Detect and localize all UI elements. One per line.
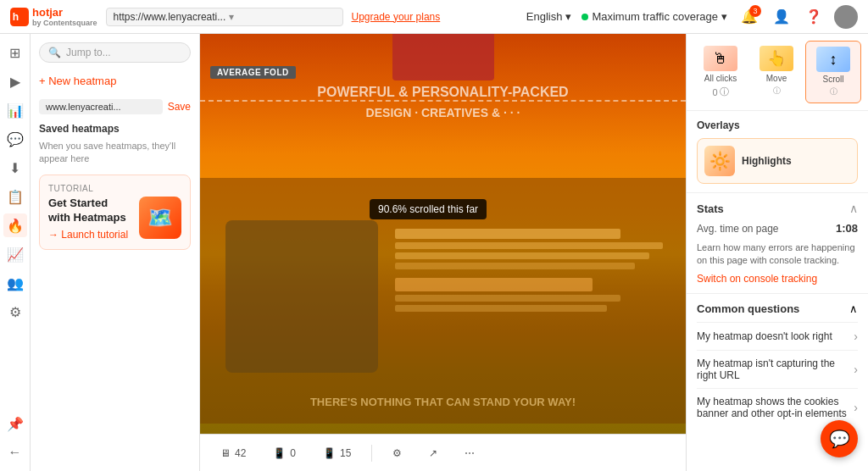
avg-time-row: Avg. time on page 1:08 — [697, 222, 858, 235]
move-card[interactable]: 👆 Move ⓘ — [749, 41, 804, 103]
stats-header[interactable]: Stats ∧ — [697, 202, 858, 215]
sidebar-pin-icon[interactable]: 📌 — [3, 412, 27, 435]
heatmap-type-cards: 🖱 All clicks 0 ⓘ 👆 Move ⓘ ↕ Scroll ⓘ — [687, 34, 868, 111]
avatar[interactable] — [834, 5, 858, 29]
traffic-status-dot — [581, 14, 588, 20]
search-box[interactable]: 🔍 Jump to... — [39, 42, 191, 63]
user-icon[interactable]: 👤 — [770, 5, 793, 29]
toolbar-separator — [371, 445, 372, 462]
saved-heatmaps-empty: When you save heatmaps, they'll appear h… — [39, 140, 191, 166]
sidebar-trends-icon[interactable]: 📈 — [3, 242, 27, 266]
save-button[interactable]: Save — [168, 101, 191, 113]
hotjar-logo: h hotjar by Contentsquare — [10, 6, 97, 27]
upgrade-link[interactable]: Upgrade your plans — [352, 11, 441, 23]
question-item-2[interactable]: My heatmap isn't capturing the right URL… — [697, 350, 858, 388]
chat-button[interactable]: 💬 — [821, 420, 858, 457]
stats-title: Stats — [697, 202, 724, 215]
heatmap-text-block — [395, 229, 677, 312]
console-info-text: Learn how many errors are happening on t… — [697, 241, 858, 268]
desktop-filter-btn[interactable]: 🖥 42 — [214, 444, 253, 463]
heatmap-bg: POWERFUL & PERSONALITY-PACKED DESIGN · C… — [200, 34, 686, 434]
tablet-count: 0 — [290, 447, 296, 459]
new-heatmap-button[interactable]: + New heatmap — [39, 71, 191, 91]
sidebar-feedback-icon[interactable]: 💬 — [3, 127, 27, 151]
more-icon: ⋯ — [465, 447, 475, 459]
tablet-icon: 📱 — [273, 447, 286, 459]
text-line-6 — [395, 305, 607, 312]
all-clicks-icon: 🖱 — [704, 46, 737, 71]
scroll-label: Scroll — [822, 75, 843, 84]
tutorial-card: TUTORIAL Get Started with Heatmaps → Lau… — [39, 175, 191, 250]
traffic-selector[interactable]: Maximum traffic coverage ▾ — [581, 10, 727, 23]
heatmap-laptop-image — [225, 220, 378, 373]
text-line-2 — [395, 242, 663, 249]
heatmap-top-image — [392, 34, 494, 80]
scroll-card[interactable]: ↕ Scroll ⓘ — [805, 41, 861, 103]
heatmap-container: POWERFUL & PERSONALITY-PACKED DESIGN · C… — [200, 34, 686, 434]
sidebar-forms-icon[interactable]: 📋 — [3, 185, 27, 208]
tablet-filter-btn[interactable]: 📱 0 — [266, 444, 303, 463]
mobile-filter-btn[interactable]: 📱 15 — [316, 444, 358, 463]
questions-header[interactable]: Common questions ∧ — [697, 302, 858, 315]
tutorial-title: Get Started with Heatmaps — [48, 197, 132, 225]
avg-fold-line — [200, 100, 686, 102]
tutorial-launch-link[interactable]: → Launch tutorial — [48, 229, 132, 241]
scroll-icon: ↕ — [816, 47, 850, 72]
language-selector[interactable]: English ▾ — [526, 10, 572, 23]
url-row: www.lenyacreati... Save — [39, 99, 191, 114]
overlays-section: Overlays 🔆 Highlights — [687, 111, 868, 193]
stats-section: Stats ∧ Avg. time on page 1:08 Learn how… — [687, 193, 868, 294]
topbar-right: English ▾ Maximum traffic coverage ▾ 🔔 3… — [526, 5, 858, 29]
filter-btn[interactable]: ⚙ — [386, 444, 409, 463]
bottom-toolbar: 🖥 42 📱 0 📱 15 ⚙ ↗ ⋯ — [200, 434, 686, 471]
text-line-5 — [395, 295, 620, 302]
highlights-card[interactable]: 🔆 Highlights — [697, 138, 858, 184]
sidebar-settings-icon[interactable]: ⚙ — [3, 300, 27, 324]
more-btn[interactable]: ⋯ — [458, 444, 481, 463]
mobile-count: 15 — [340, 447, 351, 459]
site-headline-2: DESIGN · CREATIVES & · · · — [225, 106, 662, 119]
url-text: https://www.lenyacreati... — [114, 11, 226, 23]
avg-time-label: Avg. time on page — [697, 223, 779, 235]
questions-title: Common questions — [697, 302, 799, 315]
all-clicks-label: All clicks — [704, 74, 737, 83]
questions-chevron-icon: ∧ — [849, 302, 858, 315]
all-clicks-card[interactable]: 🖱 All clicks 0 ⓘ — [693, 41, 748, 103]
url-bar[interactable]: https://www.lenyacreati... ▾ — [106, 8, 343, 26]
avg-time-value: 1:08 — [836, 222, 858, 235]
scroll-sub: ⓘ — [830, 86, 837, 97]
topbar-icon-group: 🔔 3 👤 ❓ — [737, 5, 858, 29]
share-btn[interactable]: ↗ — [422, 444, 444, 463]
console-tracking-link[interactable]: Switch on console tracking — [697, 273, 858, 285]
headline-line — [395, 278, 593, 291]
search-icon: 🔍 — [48, 47, 61, 58]
sidebar-collapse-icon[interactable]: ← — [3, 441, 27, 464]
svg-text:h: h — [13, 11, 19, 23]
move-label: Move — [766, 74, 787, 83]
sidebar-home-icon[interactable]: ⊞ — [3, 41, 27, 64]
desktop-icon: 🖥 — [220, 447, 231, 459]
question-1-chevron-icon: › — [854, 330, 858, 343]
sidebar-recordings-icon[interactable]: ▶ — [3, 69, 27, 93]
notifications-icon[interactable]: 🔔 3 — [737, 5, 761, 29]
sidebar-segments-icon[interactable]: 👥 — [3, 271, 27, 295]
text-line-1 — [395, 229, 620, 239]
question-text-1: My heatmap doesn't look right — [697, 330, 854, 342]
help-icon[interactable]: ❓ — [802, 5, 826, 29]
url-dropdown-icon[interactable]: ▾ — [229, 11, 234, 23]
saved-heatmaps-section: Saved heatmaps When you save heatmaps, t… — [39, 123, 191, 166]
icon-sidebar: ⊞ ▶ 📊 💬 ⬇ 📋 🔥 📈 👥 ⚙ 📌 ← — [0, 34, 31, 471]
search-placeholder: Jump to... — [66, 47, 111, 58]
sidebar-funnels-icon[interactable]: ⬇ — [3, 156, 27, 180]
sidebar-heatmaps-icon[interactable]: 🔥 — [3, 213, 27, 237]
move-sub: ⓘ — [773, 86, 781, 97]
share-icon: ↗ — [429, 447, 437, 459]
desktop-count: 42 — [235, 447, 246, 459]
question-text-2: My heatmap isn't capturing the right URL — [697, 357, 854, 381]
sidebar-analytics-icon[interactable]: 📊 — [3, 98, 27, 122]
question-item-1[interactable]: My heatmap doesn't look right › — [697, 322, 858, 350]
lang-dropdown-icon: ▾ — [565, 10, 571, 23]
site-headline-1: POWERFUL & PERSONALITY-PACKED — [225, 85, 662, 100]
main-layout: ⊞ ▶ 📊 💬 ⬇ 📋 🔥 📈 👥 ⚙ 📌 ← 🔍 Jump to... + N… — [0, 34, 868, 471]
text-line-3 — [395, 252, 649, 259]
